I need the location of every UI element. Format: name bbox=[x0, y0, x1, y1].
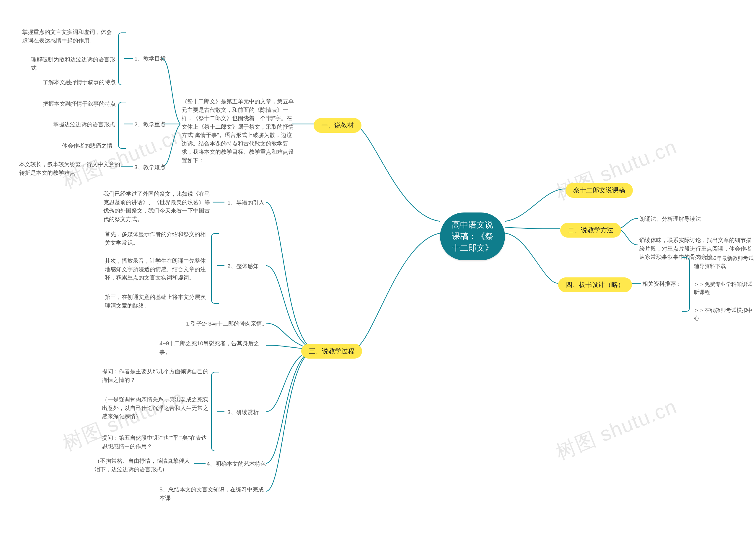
leaf-sec4-3: ＞＞在线教师考试模拟中心 bbox=[694, 306, 756, 322]
node-sec4-sub: 相关资料推荐： bbox=[642, 280, 682, 288]
leaf-sec3-sub4-1: （不拘常格、自由抒情，感情真挚催人泪下，边泣边诉的语言形式） bbox=[94, 457, 194, 474]
leaf-sec4-2: ＞＞免费专业学科知识试听课程 bbox=[694, 281, 756, 296]
node-sec3-sub2: 2、整体感知 bbox=[227, 262, 259, 270]
leaf-sec1-sub2-1: 把握本文融抒情于叙事的特点 bbox=[43, 100, 116, 108]
leaf-sec1-sub3-1: 本文较长，叙事较为纷繁，行文中文意的转折是本文的教学难点 bbox=[19, 160, 121, 177]
leaf-sec3-sub3-2: （一是强调骨肉亲情关系，突出老成之死实出意外，以自己仕途沉浮之苦和人生无常之感来… bbox=[102, 396, 210, 421]
node-sec1-sub2: 2、教学重点 bbox=[135, 120, 166, 129]
node-sec3-sub5: 5、总结本文的文言文知识，在练习中完成本课 bbox=[160, 486, 267, 502]
leaf-sec3-inline2: 4~9十二郎之死10吊慰死者，告其身后之事。 bbox=[160, 340, 266, 356]
bracket-sec3-sub3 bbox=[211, 372, 219, 451]
leaf-sec3-inline1: 1.引子2~3与十二郎的骨肉亲情。 bbox=[186, 320, 268, 328]
leaf-sec3-sub3-1: 提问：作者是主要从那几个方面倾诉自己的痛悼之情的？ bbox=[102, 368, 210, 384]
node-sec1-sub1: 1、教学目标 bbox=[135, 55, 166, 63]
node-sec1: 一、说教材 bbox=[314, 118, 361, 133]
bracket-sec3-sub2 bbox=[211, 233, 219, 304]
leaf-sec2-1: 朗诵法、分析理解导读法 bbox=[640, 215, 701, 223]
node-title: 察十二郎文说课稿 bbox=[565, 183, 633, 198]
leaf-sec1-sub1-1: 掌握重点的文言文实词和虚词，体会虚词在表达感情中起的作用。 bbox=[22, 28, 116, 45]
leaf-sec1-sub2-3: 体会作者的悲痛之情 bbox=[62, 142, 112, 150]
leaf-sec1-sub1-2: 理解破骈为散和边泣边诉的语言形式 bbox=[31, 55, 116, 72]
node-sec2: 二、说教学方法 bbox=[560, 223, 621, 237]
leaf-sec3-sub2-3: 第三，在初通文意的基础上将本文分层次理清文章的脉络。 bbox=[105, 293, 210, 310]
leaf-sec3-sub2-2: 其次，播放录音，让学生在朗诵中先整体地感知文字所浸透的情感。结合文章的注释，积累… bbox=[105, 257, 210, 282]
node-sec3-sub3: 3、研读赏析 bbox=[227, 408, 259, 417]
leaf-sec3-sub1-1: 我们已经学过了外国的祭文，比如说《在马克思墓前的讲话》、《世界最美的坟墓》等优秀… bbox=[103, 190, 213, 223]
root-node: 高中语文说课稿：《祭十二郎文》 bbox=[440, 212, 505, 260]
bracket-sec1-sub1 bbox=[118, 32, 126, 85]
bracket-sec1-sub2 bbox=[118, 102, 126, 149]
leaf-sec4-1: ＞＞2016年最新教师考试辅导资料下载 bbox=[694, 254, 756, 270]
leaf-sec1-desc: 《祭十二郎文》是第五单元中的文章，第五单元主要是古代散文，和前面的《陈情表》一样… bbox=[182, 97, 294, 165]
leaf-sec3-sub3-3: 提问：第五自然段中“邪”“也”“乎”“矣”在表达思想感情中的作用？ bbox=[102, 434, 210, 451]
node-sec3-sub1: 1、导语的引入 bbox=[227, 198, 264, 207]
leaf-sec3-sub2-1: 首先，多媒体显示作者的介绍和祭文的相关文学常识。 bbox=[105, 230, 210, 247]
bracket-sec4 bbox=[682, 257, 690, 312]
node-sec1-sub3: 3、教学难点 bbox=[135, 163, 166, 172]
leaf-sec1-sub2-2: 掌握边泣边诉的语言形式 bbox=[53, 120, 115, 129]
node-sec4: 四、板书设计（略） bbox=[558, 278, 632, 292]
leaf-sec1-sub1-3: 了解本文融抒情于叙事的特点 bbox=[43, 78, 116, 87]
node-sec3: 三、说教学过程 bbox=[301, 344, 362, 359]
watermark: 树图 shutu.cn bbox=[552, 393, 681, 466]
node-sec3-sub4: 4、明确本文的艺术特色 bbox=[207, 460, 266, 468]
